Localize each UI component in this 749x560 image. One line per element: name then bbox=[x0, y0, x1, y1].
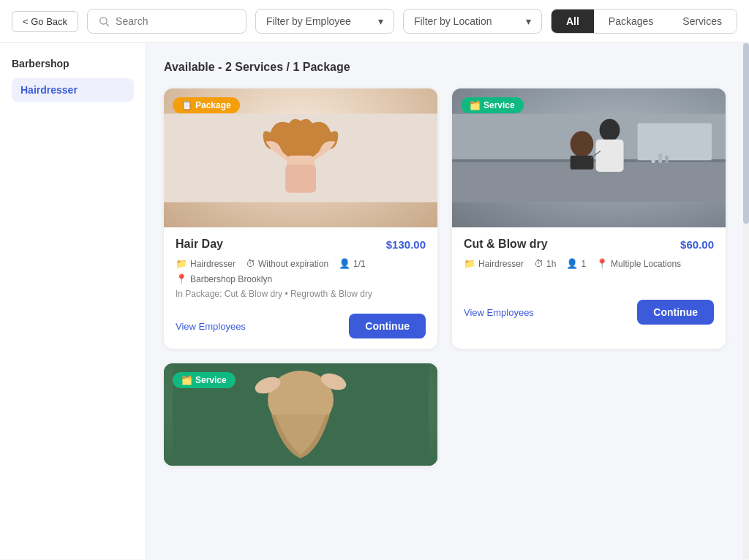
tab-services[interactable]: Services bbox=[668, 10, 737, 33]
meta-expiration: ⏱ Without expiration bbox=[246, 258, 328, 269]
sidebar-title: Barbershop bbox=[12, 58, 134, 69]
meta-location-2: 📍 Multiple Locations bbox=[596, 258, 681, 269]
card-package-info: In Package: Cut & Blow dry • Regrowth & … bbox=[176, 289, 426, 299]
person-icon: 👤 bbox=[339, 258, 350, 269]
meta-duration: ⏱ 1h bbox=[534, 258, 556, 269]
search-box bbox=[87, 9, 246, 34]
clock-icon: ⏱ bbox=[246, 258, 255, 269]
search-input[interactable] bbox=[116, 15, 236, 27]
filter-employee-dropdown[interactable]: Filter by Employee ▾ bbox=[255, 9, 394, 34]
sidebar-item-hairdresser[interactable]: Hairdresser bbox=[12, 78, 134, 102]
go-back-button[interactable]: < Go Back bbox=[12, 11, 78, 32]
filter-employee-label: Filter by Employee bbox=[266, 15, 351, 27]
svg-point-0 bbox=[100, 18, 107, 24]
scissors-icon: 🗂️ bbox=[470, 100, 481, 110]
card-image-cut-blow: 🗂️ Service bbox=[452, 88, 726, 227]
card-price-hair-day: $130.00 bbox=[386, 238, 426, 251]
continue-button-cut-blow[interactable]: Continue bbox=[637, 300, 714, 325]
svg-rect-6 bbox=[285, 165, 316, 193]
card-spacer bbox=[464, 273, 714, 294]
scrollbar-track[interactable] bbox=[743, 43, 749, 559]
badge-label-package: 📋 Package bbox=[173, 97, 240, 113]
meta-category-2: 📁 Hairdresser bbox=[464, 258, 524, 269]
folder-icon: 📁 bbox=[176, 258, 187, 269]
continue-button-hair-day[interactable]: Continue bbox=[349, 314, 426, 338]
card-body-hair-day: Hair Day $130.00 📁 Hairdresser ⏱ Without… bbox=[164, 227, 437, 349]
svg-rect-16 bbox=[652, 155, 655, 163]
card-meta-cut-blow: 📁 Hairdresser ⏱ 1h 👤 1 📍 bbox=[464, 258, 714, 269]
meta-count: 👤 1 bbox=[566, 258, 586, 269]
card-cut-blow-dry: 🗂️ Service Cut & Blow dry $60.00 📁 Haird… bbox=[452, 88, 726, 349]
main-layout: Barbershop Hairdresser Available - 2 Ser… bbox=[0, 43, 749, 559]
location-icon: 📍 bbox=[176, 273, 187, 284]
person-icon-2: 👤 bbox=[566, 258, 578, 269]
card-meta-hair-day: 📁 Hairdresser ⏱ Without expiration 👤 1/1 bbox=[176, 258, 426, 269]
card-badge-package: 📋 Package bbox=[173, 97, 240, 113]
view-employees-button-hair-day[interactable]: View Employees bbox=[176, 321, 246, 332]
card-actions-hair-day: View Employees Continue bbox=[176, 308, 426, 338]
card-title-row-2: Cut & Blow dry $60.00 bbox=[464, 238, 714, 251]
svg-rect-18 bbox=[666, 156, 669, 163]
svg-point-11 bbox=[600, 119, 620, 141]
location-icon-2: 📍 bbox=[596, 258, 608, 269]
card-actions-cut-blow: View Employees Continue bbox=[464, 294, 714, 325]
calendar-icon: 📋 bbox=[181, 100, 192, 110]
view-employees-button-cut-blow[interactable]: View Employees bbox=[464, 307, 534, 318]
svg-rect-12 bbox=[596, 140, 624, 172]
cards-grid: 📋 Package Hair Day $130.00 📁 Hairdresser bbox=[164, 88, 726, 466]
card-title-cut-blow: Cut & Blow dry bbox=[464, 238, 548, 251]
meta-category: 📁 Hairdresser bbox=[176, 258, 236, 269]
tab-group: All Packages Services bbox=[551, 9, 737, 34]
card-price-cut-blow: $60.00 bbox=[680, 238, 714, 251]
top-bar: < Go Back Filter by Employee ▾ Filter by… bbox=[0, 0, 749, 43]
svg-rect-10 bbox=[638, 123, 712, 160]
search-icon bbox=[98, 15, 110, 27]
card-badge-service-3: 🗂️ Service bbox=[173, 372, 236, 388]
card-title-row: Hair Day $130.00 bbox=[176, 238, 426, 251]
meta-slots: 👤 1/1 bbox=[339, 258, 366, 269]
card-badge-service-1: 🗂️ Service bbox=[461, 97, 524, 113]
svg-line-1 bbox=[106, 23, 109, 26]
tab-packages[interactable]: Packages bbox=[594, 10, 668, 33]
card-meta-location: 📍 Barbershop Brooklyn bbox=[176, 273, 426, 284]
svg-point-13 bbox=[571, 131, 594, 156]
available-header: Available - 2 Services / 1 Package bbox=[164, 61, 726, 74]
card-body-cut-blow: Cut & Blow dry $60.00 📁 Hairdresser ⏱ 1h bbox=[452, 227, 726, 335]
folder-icon-2: 📁 bbox=[464, 258, 475, 269]
main-content: Available - 2 Services / 1 Package bbox=[146, 43, 743, 559]
filter-location-dropdown[interactable]: Filter by Location ▾ bbox=[403, 9, 542, 34]
card-title-hair-day: Hair Day bbox=[176, 238, 223, 251]
tab-all[interactable]: All bbox=[552, 10, 594, 33]
sidebar: Barbershop Hairdresser bbox=[0, 43, 146, 559]
svg-rect-17 bbox=[658, 154, 662, 163]
chevron-down-icon: ▾ bbox=[526, 15, 531, 27]
chevron-down-icon: ▾ bbox=[378, 15, 383, 27]
clock-icon-2: ⏱ bbox=[534, 258, 543, 269]
sidebar-item-label: Hairdresser bbox=[20, 84, 78, 96]
filter-location-label: Filter by Location bbox=[414, 15, 492, 27]
badge-label-service-1: 🗂️ Service bbox=[461, 97, 524, 113]
card-service-3: 🗂️ Service bbox=[164, 363, 437, 466]
card-image-service-3: 🗂️ Service bbox=[164, 363, 437, 466]
meta-location-item: 📍 Barbershop Brooklyn bbox=[176, 273, 272, 284]
card-image-hair-day: 📋 Package bbox=[164, 88, 437, 227]
scrollbar-thumb[interactable] bbox=[743, 43, 749, 224]
badge-label-service-3: 🗂️ Service bbox=[173, 372, 236, 388]
scissors-icon-3: 🗂️ bbox=[181, 375, 192, 385]
svg-rect-14 bbox=[571, 156, 594, 170]
card-hair-day: 📋 Package Hair Day $130.00 📁 Hairdresser bbox=[164, 88, 437, 349]
